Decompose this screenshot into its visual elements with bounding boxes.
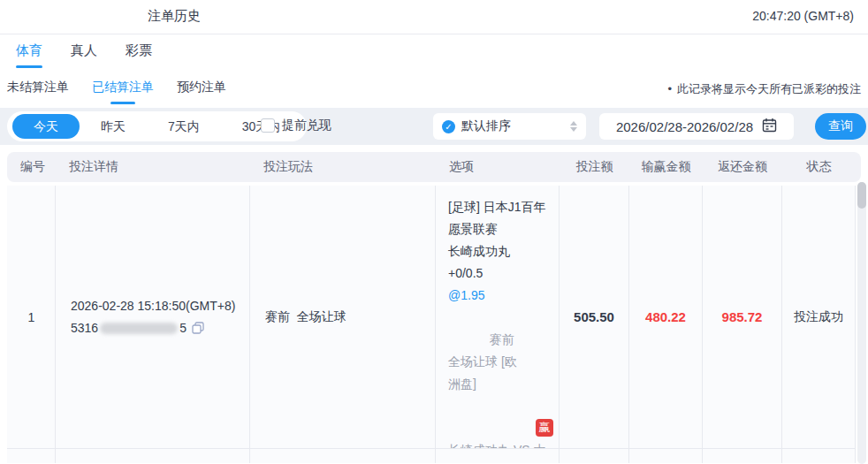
clock-display: 20:47:20 (GMT+8) [752, 9, 854, 23]
bullet-icon: • [667, 82, 672, 95]
settled-note: •此记录将显示今天所有已派彩的投注 [667, 81, 861, 97]
bet-id: 5316 5 [71, 317, 235, 339]
early-cashout-label: 提前兑现 [282, 118, 331, 133]
cell-number: 1 [7, 186, 56, 448]
subtab-reserved[interactable]: 预约注单 [177, 80, 226, 108]
sort-select[interactable]: ✓ 默认排序 [433, 113, 586, 140]
cell-bet-details: 2026-02-28 15:18:50(GMT+8) 5316 5 [56, 186, 250, 448]
selection-odds: @1.95 [448, 285, 548, 307]
selection-market: 赛前 全场让球 [欧洲盘] 赢 [448, 307, 548, 439]
col-header-payout: 返还金额 [703, 159, 782, 175]
copy-icon[interactable] [192, 322, 204, 334]
bet-id-suffix: 5 [179, 317, 187, 339]
page-title: 注单历史 [148, 8, 201, 25]
cell-selection: [足球] 日本J1百年愿景联赛 长崎成功丸 +0/0.5 @1.95 赛前 全场… [436, 186, 560, 448]
col-header-win-loss: 输赢金额 [629, 159, 703, 175]
scrollbar-thumb[interactable] [857, 182, 866, 209]
date-range-value: 2026/02/28-2026/02/28 [616, 119, 753, 134]
col-header-stake: 投注额 [560, 159, 629, 175]
col-header-selection: 选项 [436, 159, 560, 175]
win-badge: 赢 [536, 419, 553, 437]
selection-teams: 长崎成功丸 VS 大阪樱花 [448, 439, 548, 448]
bet-id-prefix: 5316 [71, 317, 98, 339]
selection-pick: 长崎成功丸 +0/0.5 [448, 240, 548, 285]
cell-stake: 505.50 [560, 186, 629, 448]
early-cashout-checkbox[interactable] [261, 118, 275, 133]
cell-status: 投注成功 [782, 186, 856, 448]
calendar-icon [762, 118, 777, 136]
bet-time: 2026-02-28 15:18:50(GMT+8) [71, 295, 235, 317]
table-header: 编号 投注详情 投注玩法 选项 投注额 输赢金额 返还金额 状态 [7, 152, 861, 182]
category-tabs: 体育 真人 彩票 [16, 42, 152, 72]
tab-live-casino[interactable]: 真人 [71, 42, 97, 72]
sort-caret-icon [570, 121, 577, 132]
query-button[interactable]: 查询 [815, 113, 866, 140]
top-bar: 注单历史 20:47:20 (GMT+8) [0, 0, 868, 34]
range-yesterday-button[interactable]: 昨天 [80, 114, 147, 139]
tab-sports[interactable]: 体育 [16, 42, 42, 72]
col-header-bet-type: 投注玩法 [250, 159, 436, 175]
table-row-partial [7, 449, 856, 463]
early-cashout-option[interactable]: 提前兑现 [261, 118, 331, 133]
subtab-settled[interactable]: 已结算注单 [92, 80, 154, 108]
range-7days-button[interactable]: 7天内 [147, 114, 221, 139]
status-subtabs: 未结算注单 已结算注单 预约注单 [7, 80, 226, 108]
bet-history-page: 注单历史 20:47:20 (GMT+8) 体育 真人 彩票 未结算注单 已结算… [0, 0, 868, 464]
check-circle-icon: ✓ [442, 120, 455, 133]
col-header-status: 状态 [782, 159, 856, 175]
bet-id-masked-segment [100, 323, 178, 334]
selection-league: [足球] 日本J1百年愿景联赛 [448, 196, 548, 240]
date-range-input[interactable]: 2026/02/28-2026/02/28 [599, 113, 794, 140]
cell-payout: 985.72 [703, 186, 782, 448]
col-header-number: 编号 [7, 159, 56, 175]
subtab-unsettled[interactable]: 未结算注单 [7, 80, 69, 108]
col-header-bet-details: 投注详情 [56, 159, 250, 175]
filter-bar: 今天 昨天 7天内 30天内 提前兑现 ✓ 默认排序 2026/02/28-20… [0, 108, 868, 145]
table-body: 1 2026-02-28 15:18:50(GMT+8) 5316 5 [7, 186, 856, 464]
cell-bet-type: 赛前 全场让球 [250, 186, 436, 448]
cell-win-loss: 480.22 [629, 186, 703, 448]
settled-note-text: 此记录将显示今天所有已派彩的投注 [677, 82, 861, 95]
tab-lottery[interactable]: 彩票 [126, 42, 152, 72]
sort-selected-value: 默认排序 [461, 118, 570, 134]
table-row: 1 2026-02-28 15:18:50(GMT+8) 5316 5 [7, 186, 856, 449]
range-today-button[interactable]: 今天 [12, 114, 80, 139]
vertical-scrollbar[interactable] [857, 182, 866, 464]
